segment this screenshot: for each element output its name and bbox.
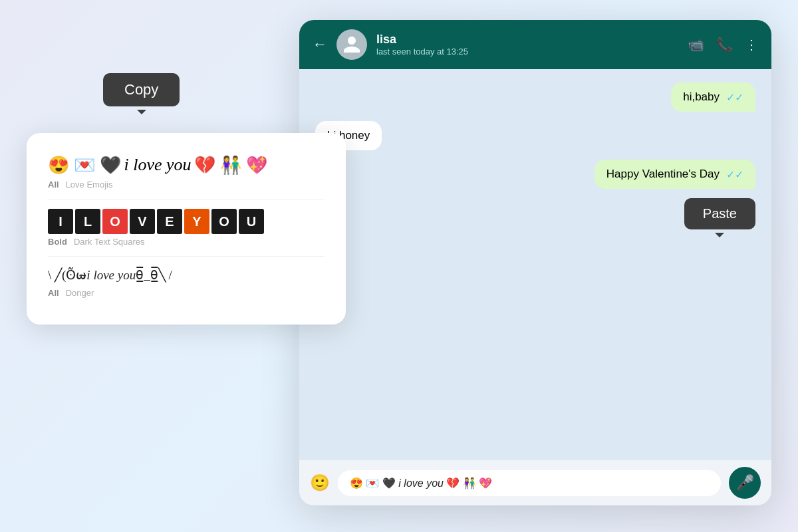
message-input[interactable]: 😍 💌 🖤 i love you 💔 👫 💖 xyxy=(338,470,721,496)
emoji-style-text: 😍 💌 🖤 i love you 💔 👫 💖 xyxy=(48,153,325,177)
sq-O: O xyxy=(102,209,128,234)
emoji-picker-button[interactable]: 🙂 xyxy=(310,473,330,492)
emoji-style-meta: All Love Emojis xyxy=(48,180,325,190)
donger-style-text: \ ╱(ʘ᷉ω̴i love youθ̲̅_θ̲̅╲ / xyxy=(48,266,325,285)
message-text-1: hi,baby xyxy=(683,90,720,104)
divider-2 xyxy=(48,256,325,257)
message-check-1: ✓✓ xyxy=(726,91,743,104)
mic-button[interactable]: 🎤 xyxy=(729,467,761,499)
copy-tooltip: Copy xyxy=(103,73,180,106)
style-picker-card: 😍 💌 🖤 i love you 💔 👫 💖 All Love Emojis I… xyxy=(27,133,346,325)
sq-I: I xyxy=(48,209,73,234)
donger-style-meta: All Donger xyxy=(48,288,325,298)
donger-style-row[interactable]: \ ╱(ʘ᷉ω̴i love youθ̲̅_θ̲̅╲ / All Donger xyxy=(48,266,325,298)
sq-U: U xyxy=(239,209,264,234)
avatar-icon xyxy=(342,35,362,55)
sq-V: V xyxy=(130,209,155,234)
message-text-3: Happy Valentine's Day xyxy=(606,168,720,181)
header-actions: 📹 📞 ⋮ xyxy=(688,37,758,53)
mic-icon: 🎤 xyxy=(736,474,754,491)
message-bubble-3: Happy Valentine's Day ✓✓ xyxy=(595,160,755,189)
paste-tooltip[interactable]: Paste xyxy=(684,198,755,229)
voice-call-button[interactable]: 📞 xyxy=(716,37,733,53)
squares-style-text: I L O V E Y O U xyxy=(48,209,325,234)
contact-name: lisa xyxy=(376,33,678,47)
message-bubble-1: hi,baby ✓✓ xyxy=(671,82,755,112)
back-button[interactable]: ← xyxy=(313,36,327,53)
divider-1 xyxy=(48,199,325,200)
contact-info: lisa last seen today at 13:25 xyxy=(376,33,678,57)
sq-O2: O xyxy=(211,209,237,234)
sq-L: L xyxy=(75,209,100,234)
paste-tooltip-wrap: Paste xyxy=(684,198,755,229)
more-options-button[interactable]: ⋮ xyxy=(745,37,758,53)
chat-header: ← lisa last seen today at 13:25 📹 📞 ⋮ xyxy=(299,20,771,69)
message-check-3: ✓✓ xyxy=(726,168,743,181)
sq-E: E xyxy=(157,209,182,234)
video-call-button[interactable]: 📹 xyxy=(688,37,704,53)
squares-style-row[interactable]: I L O V E Y O U Bold Dark Text Squares xyxy=(48,209,325,247)
chat-input-bar: 🙂 😍 💌 🖤 i love you 💔 👫 💖 🎤 xyxy=(299,460,771,505)
squares-style-meta: Bold Dark Text Squares xyxy=(48,237,325,247)
whatsapp-window: ← lisa last seen today at 13:25 📹 📞 ⋮ hi… xyxy=(299,20,771,505)
contact-avatar xyxy=(336,29,367,60)
emoji-style-row[interactable]: 😍 💌 🖤 i love you 💔 👫 💖 All Love Emojis xyxy=(48,153,325,190)
contact-status: last seen today at 13:25 xyxy=(376,47,678,57)
chat-messages: hi,baby ✓✓ hi,honey Happy Valentine's Da… xyxy=(299,69,771,460)
sq-Y: Y xyxy=(184,209,209,234)
